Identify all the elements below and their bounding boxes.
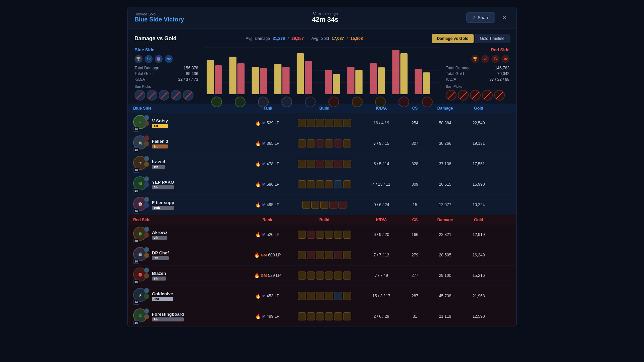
red-section-header: Red Side Rank Build K/D/A CS Damage Gold [128, 215, 516, 225]
blue-total-gold-val: 85,436 [186, 71, 198, 76]
header-actions: ↗ Share ✕ [466, 12, 509, 23]
item-5-goldenive [334, 292, 342, 300]
cs-fallen3: 307 [401, 141, 428, 146]
share-button[interactable]: ↗ Share [466, 12, 495, 23]
match-modal: Ranked Solo Blue Side Victory 32 minutes… [127, 7, 517, 327]
champ-badges-dpchef [144, 247, 149, 258]
kda-bzzed: 5 / 5 / 14 [361, 162, 401, 166]
rank-lp-akrowz: 520 LP [267, 232, 279, 237]
champ-badges-yeppako [144, 176, 149, 187]
blue-side-stats-panel: Blue Side 🏆 🛡 🔮 👁 Total Damage 156,378 T… [135, 47, 202, 101]
svg-rect-25 [423, 72, 430, 94]
spell-1-vsotsy [144, 115, 149, 120]
item-3-goldenive [316, 292, 324, 300]
red-col-kda: K/D/A [361, 218, 401, 222]
blue-kda-val: 32 / 37 / 73 [178, 77, 198, 82]
item-1-bzzed [298, 160, 306, 168]
close-button[interactable]: ✕ [499, 13, 509, 23]
champ-level-akrowz: 18 [133, 239, 139, 243]
item-2-bzzed [307, 160, 315, 168]
svg-rect-18 [347, 67, 354, 94]
red-ban-2 [458, 90, 469, 101]
tab-damage-vs-gold[interactable]: Damage vs Gold [432, 34, 474, 43]
spell-2-yeppako [144, 182, 149, 187]
damage-vs-gold-section: Damage vs Gold Avg. Damage 31,276 / 29,3… [128, 28, 516, 104]
svg-rect-7 [229, 57, 236, 94]
rank-tier-ftiersupp: M [262, 203, 265, 207]
item-1-akrowz [298, 231, 306, 239]
spell-1-bzzed [144, 156, 149, 161]
rank-tier-fallen3: M [262, 141, 265, 145]
player-name-blazen: Blazen [152, 271, 166, 276]
share-label: Share [478, 15, 489, 20]
item-1-goldenive [298, 292, 306, 300]
chart-champ-9 [398, 97, 409, 107]
svg-rect-10 [260, 68, 267, 94]
kda-forestingboard: 2 / 6 / 29 [361, 314, 401, 319]
modal-header: Ranked Solo Blue Side Victory 32 minutes… [128, 7, 516, 28]
build-cell-blazen [287, 272, 361, 280]
item-5-ftiersupp [338, 201, 346, 209]
cs-vsotsy: 254 [401, 121, 428, 125]
item-5-akrowz [334, 231, 342, 239]
kda-dpchef: 7 / 7 / 13 [361, 253, 401, 257]
red-col-cs: CS [401, 218, 428, 222]
red-total-damage-label: Total Damage [446, 66, 471, 70]
blue-badge-1: 🏆 [135, 55, 143, 63]
red-total-damage-row: Total Damage 146,783 [446, 66, 509, 70]
spell-1-forestingboard [144, 308, 149, 314]
gold-goldenive: 21,968 [462, 294, 495, 298]
red-col-player: Red Side [133, 218, 247, 222]
spell-1-blazen [144, 267, 149, 273]
build-cell-vsotsy [287, 119, 361, 127]
svg-rect-6 [215, 65, 222, 94]
item-5-vsotsy [334, 119, 342, 127]
avg-damage-sep: / [288, 36, 289, 41]
chart-champ-4 [281, 97, 292, 107]
champ-avatar-goldenive: ⚡ 16 [133, 288, 149, 304]
champ-badges-forestingboard [144, 308, 149, 319]
damage-bzzed: 37,136 [428, 162, 462, 166]
champ-level-yeppako: 18 [133, 188, 139, 193]
rank-icon-goldenive: 🔥 [255, 293, 261, 299]
item-3-akrowz [316, 231, 324, 239]
gold-bzzed: 17,551 [462, 162, 495, 166]
duration: 42m 34s [312, 16, 338, 23]
avg-gold-blue: 17,087 [332, 36, 344, 41]
gold-blazen: 15,216 [462, 273, 495, 278]
player-name-area-dpchef: DP Chef 6th [152, 250, 169, 260]
rank-lp-ftiersupp: 495 LP [267, 202, 279, 207]
kda-vsotsy: 16 / 4 / 9 [361, 121, 401, 125]
rank-cell-bzzed: 🔥 M 478 LP [247, 161, 287, 167]
svg-rect-16 [325, 70, 332, 94]
svg-rect-21 [378, 67, 385, 94]
rank-tier-akrowz: M [262, 233, 265, 237]
dvg-avg-stats: Avg. Damage 31,276 / 29,357 Avg. Gold 17… [246, 36, 363, 41]
damage-ftiersupp: 12,077 [428, 202, 462, 207]
red-badge-1: 🏆 [471, 55, 479, 63]
item-1-forestingboard [298, 312, 306, 320]
rank-badge-vsotsy: 1st [152, 124, 168, 128]
red-total-gold-val: 79,042 [497, 71, 509, 76]
rank-lp-fallen3: 365 LP [267, 141, 279, 146]
red-total-gold-label: Total Gold [446, 71, 464, 76]
spell-2-blazen [144, 273, 149, 279]
spell-2-ftiersupp [144, 202, 149, 208]
damage-blazen: 29,100 [428, 273, 462, 278]
build-cell-forestingboard [287, 312, 361, 320]
rank-cell-forestingboard: 🔥 M 499 LP [247, 314, 287, 319]
tab-gold-timeline[interactable]: Gold Timeline [475, 34, 509, 43]
damage-fallen3: 30,266 [428, 141, 462, 146]
player-info-bzzed: 🗡 18 bz zed 4th [133, 156, 247, 172]
rank-badge-akrowz: 9th [152, 236, 167, 240]
svg-rect-13 [297, 53, 304, 94]
blue-ban-icons [135, 90, 198, 101]
rank-cell-vsotsy: 🔥 M 529 LP [247, 120, 287, 126]
blue-ban-1 [135, 90, 145, 101]
champ-level-ftiersupp: 16 [133, 209, 139, 214]
cs-bzzed: 328 [401, 162, 428, 166]
player-name-area-yeppako: YEP PAKO 5th [152, 180, 174, 189]
item-6-goldenive [343, 292, 351, 300]
rank-icon-akrowz: 🔥 [255, 232, 261, 237]
chart-champ-icons [205, 95, 439, 107]
